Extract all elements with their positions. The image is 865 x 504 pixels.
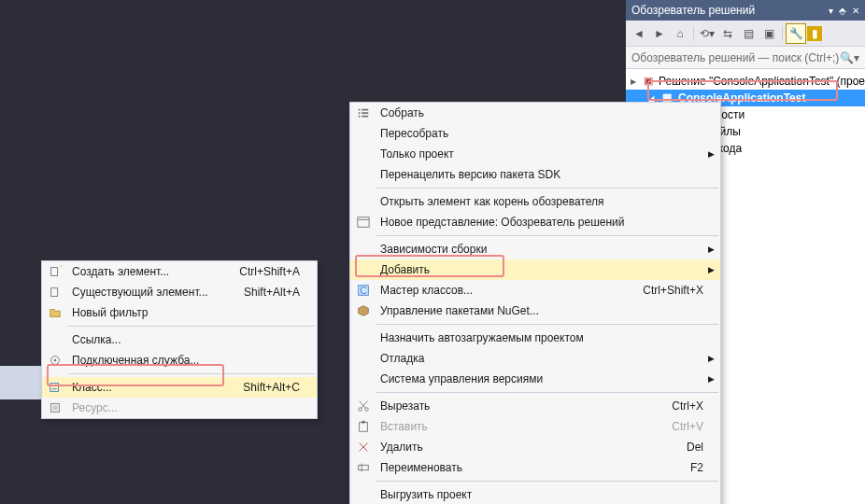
- menu-item-вырезать[interactable]: ВырезатьCtrl+X: [350, 396, 720, 416]
- menu-item-вставить: ВставитьCtrl+V: [350, 416, 720, 437]
- panel-toolbar: ◄ ► ⌂ ⟲▾ ⇆ ▤ ▣ 🔧 ▮: [626, 21, 865, 47]
- menu-item-label: Создать элемент...: [68, 265, 239, 278]
- class2-icon: [42, 381, 68, 394]
- collapse-icon[interactable]: ▣: [759, 24, 778, 43]
- menu-item-удалить[interactable]: УдалитьDel: [350, 437, 720, 457]
- menu-item-label: Подключенная служба...: [68, 354, 317, 367]
- solution-label: Решение "ConsoleApplicationTest" (прое: [659, 75, 865, 88]
- menu-item-класс-[interactable]: Класс...Shift+Alt+C: [42, 377, 317, 398]
- svg-marker-4: [359, 306, 369, 316]
- submenu-arrow-icon: ▶: [708, 149, 715, 159]
- search-placeholder: Обозреватель решений — поиск (Ctrl+;): [631, 51, 840, 64]
- submenu-arrow-icon: ▶: [708, 354, 715, 363]
- menu-item-label: Управление пакетами NuGet...: [376, 304, 720, 317]
- close-icon[interactable]: ✕: [852, 6, 859, 16]
- submenu-arrow-icon: ▶: [708, 265, 715, 274]
- menu-item-shortcut: Ctrl+V: [672, 420, 720, 433]
- panel-titlebar: Обозреватель решений ▾ ⬘ ✕: [626, 0, 865, 21]
- menu-item-label: Перенацелить версию пакета SDK: [376, 168, 720, 181]
- menu-item-мастер-классов-[interactable]: CМастер классов...Ctrl+Shift+X: [350, 280, 720, 301]
- tree-solution-node[interactable]: ▶ ▣ Решение "ConsoleApplicationTest" (пр…: [626, 73, 865, 90]
- menu-item-label: Существующий элемент...: [68, 286, 244, 299]
- properties-icon[interactable]: 🔧: [787, 24, 805, 43]
- menu-item-label: Вставить: [376, 420, 672, 433]
- menu-item-shortcut: Shift+Alt+A: [244, 286, 317, 299]
- menu-item-label: Пересобрать: [376, 127, 720, 140]
- menu-item-только-проект[interactable]: Только проект▶: [350, 144, 720, 164]
- nuget-icon: [350, 304, 376, 317]
- menu-item-label: Класс...: [68, 381, 243, 394]
- menu-item-shortcut: Ctrl+Shift+X: [643, 284, 720, 297]
- menu-item-label: Собрать: [376, 106, 720, 119]
- forward-icon[interactable]: ►: [650, 24, 669, 43]
- home-icon[interactable]: ⌂: [671, 24, 689, 43]
- menu-item-label: Ссылка...: [68, 333, 317, 346]
- solution-icon: ▣: [642, 75, 655, 88]
- menu-item-переименовать[interactable]: ПереименоватьF2: [350, 457, 720, 478]
- menu-item-label: Добавить: [376, 263, 720, 276]
- menu-item-label: Отладка: [376, 352, 720, 365]
- menu-item-отладка[interactable]: Отладка▶: [350, 348, 720, 369]
- existitem-icon: [42, 286, 68, 299]
- menu-item-управление-пакетами-nuget-[interactable]: Управление пакетами NuGet...: [350, 301, 720, 321]
- menu-item-пересобрать[interactable]: Пересобрать: [350, 123, 720, 144]
- menu-item-shortcut: Del: [687, 441, 720, 454]
- search-box[interactable]: Обозреватель решений — поиск (Ctrl+;) 🔍▾: [626, 47, 865, 69]
- menu-item-label: Назначить автозагружаемым проектом: [376, 331, 720, 344]
- menu-item-подключенная-служба-[interactable]: Подключенная служба...: [42, 350, 317, 371]
- sync-icon[interactable]: ⟲▾: [698, 24, 716, 43]
- svg-rect-15: [51, 268, 58, 276]
- menu-item-label: Открыть элемент как корень обозревателя: [376, 195, 720, 208]
- menu-item-label: Только проект: [376, 147, 720, 161]
- menu-item-label: Удалить: [376, 441, 687, 454]
- menu-item-существующий-элемент-[interactable]: Существующий элемент...Shift+Alt+A: [42, 282, 317, 302]
- menu-item-label: Ресурс...: [68, 401, 317, 414]
- dropdown-icon[interactable]: ▾: [829, 6, 833, 16]
- menu-item-добавить[interactable]: Добавить▶: [350, 259, 720, 280]
- showall-icon[interactable]: ▤: [739, 24, 758, 43]
- menu-item-новое-представление-обозреватель-решений[interactable]: Новое представление: Обозреватель решени…: [350, 212, 720, 232]
- menu-item-label: Переименовать: [376, 461, 690, 474]
- search-icon: 🔍▾: [840, 51, 859, 64]
- menu-item-создать-элемент-[interactable]: ✦Создать элемент...Ctrl+Shift+A: [42, 261, 317, 282]
- svg-text:C: C: [360, 285, 367, 296]
- svg-point-21: [52, 385, 54, 386]
- preview-icon[interactable]: ▮: [807, 26, 822, 41]
- menu-item-выгрузить-проект[interactable]: Выгрузить проект: [350, 484, 720, 504]
- menu-item-ссылка-[interactable]: Ссылка...: [42, 329, 317, 350]
- menu-item-label: Система управления версиями: [376, 372, 720, 385]
- menu-item-назначить-автозагружаемым-проектом[interactable]: Назначить автозагружаемым проектом: [350, 328, 720, 348]
- menu-item-label: Вырезать: [376, 399, 672, 413]
- menu-item-label: Зависимости сборки: [376, 243, 720, 256]
- pin-icon[interactable]: ⬘: [839, 6, 846, 16]
- menu-item-открыть-элемент-как-корень-обозревателя[interactable]: Открыть элемент как корень обозревателя: [350, 191, 720, 212]
- menu-item-перенацелить-версию-пакета-sdk[interactable]: Перенацелить версию пакета SDK: [350, 164, 720, 185]
- svg-rect-10: [362, 421, 365, 424]
- svg-point-22: [55, 385, 57, 386]
- rename-icon: [350, 461, 376, 474]
- menu-item-shortcut: F2: [690, 461, 720, 474]
- menu-item-система-управления-версиями[interactable]: Система управления версиями▶: [350, 369, 720, 389]
- menu-item-label: Мастер классов...: [376, 284, 643, 297]
- menu-item-новый-фильтр[interactable]: Новый фильтр: [42, 302, 317, 323]
- svg-point-19: [54, 359, 57, 362]
- resource-icon: [42, 401, 68, 414]
- svg-rect-20: [50, 384, 59, 392]
- context-menu-add: ✦Создать элемент...Ctrl+Shift+AСуществую…: [41, 260, 318, 419]
- build-icon: [350, 106, 376, 119]
- menu-item-shortcut: Shift+Alt+C: [243, 381, 317, 394]
- newitem-icon: ✦: [42, 265, 68, 278]
- service-icon: [42, 354, 68, 367]
- submenu-arrow-icon: ▶: [708, 245, 715, 254]
- window-icon: [350, 216, 376, 229]
- back-icon[interactable]: ◄: [630, 24, 648, 43]
- menu-item-собрать[interactable]: Собрать: [350, 103, 720, 123]
- svg-rect-0: [358, 217, 369, 228]
- refresh-icon[interactable]: ⇆: [718, 24, 737, 43]
- folder-icon: [42, 306, 68, 319]
- cut-icon: [350, 399, 376, 413]
- menu-item-label: Новый фильтр: [68, 306, 317, 319]
- menu-item-label: Новое представление: Обозреватель решени…: [376, 216, 720, 229]
- panel-title: Обозреватель решений: [631, 4, 829, 17]
- menu-item-зависимости-сборки[interactable]: Зависимости сборки▶: [350, 239, 720, 259]
